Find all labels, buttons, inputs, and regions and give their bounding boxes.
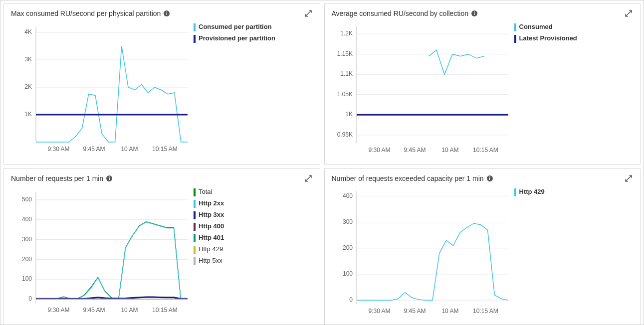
- panel-avg-ru-collection: Average consumed RU/second by collection…: [324, 3, 641, 164]
- legend-item[interactable]: Http 429: [514, 188, 634, 196]
- legend-swatch: [514, 35, 516, 43]
- legend: TotalHttp 2xxHttp 3xxHttp 400Http 401Htt…: [194, 185, 313, 320]
- legend-swatch: [194, 234, 196, 242]
- legend-swatch: [194, 188, 196, 196]
- svg-text:100: 100: [342, 270, 352, 277]
- info-icon[interactable]: i: [487, 175, 493, 181]
- panel-title-wrap: Average consumed RU/second by collection…: [332, 9, 477, 17]
- svg-text:0: 0: [28, 295, 32, 302]
- svg-text:10:15 AM: 10:15 AM: [473, 308, 498, 315]
- svg-text:1.2K: 1.2K: [340, 30, 353, 37]
- panel-title-wrap: Max consumed RU/second per physical part…: [11, 9, 170, 17]
- legend-label: Latest Provisioned: [519, 34, 577, 42]
- legend-swatch: [194, 246, 196, 254]
- panel-requests-exceeded: Number of requests exceeded capacity per…: [324, 168, 641, 325]
- panel-header: Number of requests exceeded capacity per…: [332, 174, 634, 183]
- series-line: [36, 222, 188, 300]
- legend-swatch: [194, 23, 196, 31]
- expand-icon[interactable]: [304, 9, 313, 18]
- series-line: [36, 46, 188, 143]
- svg-text:4K: 4K: [24, 28, 32, 35]
- info-icon[interactable]: i: [471, 10, 477, 16]
- svg-text:1K: 1K: [345, 111, 353, 118]
- legend-swatch: [194, 257, 196, 265]
- chart-area: 0.95K1K1.05K1.1K1.15K1.2K9:30 AM9:45 AM1…: [332, 20, 511, 159]
- legend-item[interactable]: Http 400: [194, 222, 313, 231]
- series-line: [429, 50, 484, 75]
- chart-area: 1K2K3K4K9:30 AM9:45 AM10 AM10:15 AM: [11, 20, 191, 159]
- svg-text:10 AM: 10 AM: [121, 146, 138, 153]
- svg-text:1.1K: 1.1K: [340, 70, 353, 77]
- svg-text:9:30 AM: 9:30 AM: [48, 146, 70, 153]
- info-icon[interactable]: i: [106, 175, 112, 181]
- legend-item[interactable]: Http 429: [194, 245, 313, 254]
- panel-body: 0.95K1K1.05K1.1K1.15K1.2K9:30 AM9:45 AM1…: [332, 20, 634, 159]
- dashboard-grid: Max consumed RU/second per physical part…: [3, 3, 641, 322]
- legend-label: Provisioned per partition: [199, 34, 275, 42]
- legend-label: Http 2xx: [199, 199, 224, 207]
- expand-icon[interactable]: [304, 174, 313, 183]
- legend: ConsumedLatest Provisioned: [514, 20, 634, 159]
- panel-header: Max consumed RU/second per physical part…: [11, 9, 313, 18]
- svg-text:400: 400: [342, 192, 352, 199]
- svg-text:300: 300: [342, 218, 352, 225]
- legend-item[interactable]: Http 401: [194, 234, 313, 242]
- svg-text:10 AM: 10 AM: [441, 147, 458, 154]
- svg-text:100: 100: [22, 275, 32, 282]
- expand-icon[interactable]: [624, 9, 633, 18]
- legend-label: Http 429: [199, 245, 223, 253]
- svg-text:9:30 AM: 9:30 AM: [368, 147, 390, 154]
- svg-text:9:45 AM: 9:45 AM: [83, 307, 105, 314]
- legend-swatch: [514, 188, 516, 196]
- info-icon[interactable]: i: [164, 10, 170, 16]
- legend-swatch: [194, 211, 196, 219]
- svg-text:3K: 3K: [24, 56, 32, 63]
- legend-label: Consumed per partition: [199, 23, 272, 31]
- legend-label: Http 3xx: [199, 211, 224, 219]
- legend-swatch: [194, 223, 196, 231]
- svg-text:2K: 2K: [24, 83, 32, 90]
- legend-swatch: [514, 23, 516, 31]
- legend-item[interactable]: Consumed per partition: [194, 23, 313, 31]
- legend: Consumed per partitionProvisioned per pa…: [194, 20, 313, 159]
- panel-title-wrap: Number of requests per 1 min i: [11, 174, 112, 182]
- chart-svg: 01002003004005009:30 AM9:45 AM10 AM10:15…: [11, 185, 191, 320]
- legend: Http 429: [514, 185, 634, 320]
- panel-max-ru-partition: Max consumed RU/second per physical part…: [3, 3, 320, 164]
- series-line: [357, 223, 508, 300]
- panel-header: Number of requests per 1 min i: [11, 174, 313, 183]
- series-line: [36, 222, 188, 299]
- svg-text:1.05K: 1.05K: [337, 91, 352, 98]
- legend-label: Http 401: [199, 234, 224, 242]
- svg-text:9:45 AM: 9:45 AM: [404, 147, 426, 154]
- legend-label: Total: [199, 188, 212, 196]
- svg-text:0: 0: [349, 296, 353, 303]
- legend-item[interactable]: Provisioned per partition: [194, 34, 313, 43]
- legend-item[interactable]: Total: [194, 188, 313, 196]
- svg-text:9:30 AM: 9:30 AM: [48, 307, 70, 314]
- chart-area: 01002003004005009:30 AM9:45 AM10 AM10:15…: [11, 185, 191, 320]
- legend-item[interactable]: Http 2xx: [194, 199, 313, 208]
- expand-icon[interactable]: [624, 174, 633, 183]
- panel-body: 1K2K3K4K9:30 AM9:45 AM10 AM10:15 AM Cons…: [11, 20, 313, 159]
- legend-item[interactable]: Http 3xx: [194, 211, 313, 219]
- svg-text:10:15 AM: 10:15 AM: [152, 146, 178, 153]
- svg-text:10 AM: 10 AM: [121, 307, 138, 314]
- legend-swatch: [194, 35, 196, 43]
- legend-item[interactable]: Consumed: [514, 23, 634, 31]
- svg-text:10:15 AM: 10:15 AM: [473, 147, 498, 154]
- panel-title: Max consumed RU/second per physical part…: [11, 9, 161, 17]
- legend-item[interactable]: Latest Provisioned: [514, 34, 634, 43]
- chart-svg: 0.95K1K1.05K1.1K1.15K1.2K9:30 AM9:45 AM1…: [332, 20, 511, 159]
- svg-text:10 AM: 10 AM: [441, 308, 458, 315]
- svg-text:200: 200: [22, 256, 32, 263]
- legend-label: Http 429: [519, 188, 545, 196]
- legend-item[interactable]: Http 5xx: [194, 257, 313, 265]
- svg-text:300: 300: [22, 236, 32, 243]
- panel-title: Average consumed RU/second by collection: [332, 9, 468, 17]
- chart-svg: 1K2K3K4K9:30 AM9:45 AM10 AM10:15 AM: [11, 20, 191, 159]
- svg-text:0.95K: 0.95K: [337, 131, 352, 138]
- svg-text:1.15K: 1.15K: [337, 50, 352, 57]
- svg-text:500: 500: [22, 196, 32, 203]
- svg-text:9:45 AM: 9:45 AM: [404, 308, 426, 315]
